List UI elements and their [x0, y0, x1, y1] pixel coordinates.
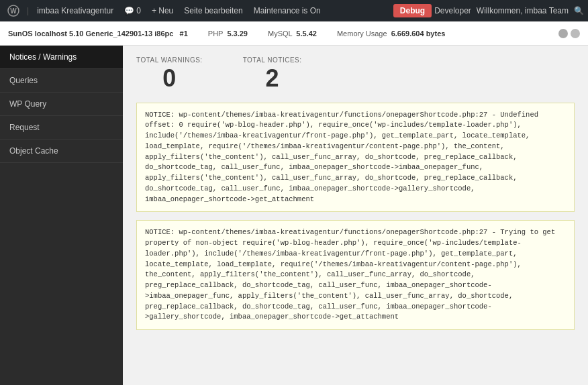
notice-box-1: NOTICE: wp-content/themes/imbaa-kreativa… — [136, 103, 575, 213]
close-icon[interactable] — [571, 29, 580, 38]
maintenance-status: Maintenance is On — [250, 6, 325, 15]
php-info: PHP 5.3.29 — [208, 30, 248, 38]
comments-icon: 💬 — [124, 6, 134, 15]
total-warnings-value: 0 — [136, 65, 203, 92]
sidebar-item-queries[interactable]: Queries — [0, 69, 123, 93]
total-notices-value: 2 — [243, 65, 302, 92]
memory-info: Memory Usage 6.669.604 bytes — [337, 30, 445, 38]
new-item[interactable]: + Neu — [148, 6, 177, 15]
total-notices-label: TOTAL NOTICES: — [243, 56, 302, 64]
notice-2-text: NOTICE: wp-content/themes/imbaa-kreativa… — [145, 227, 566, 323]
sidebar: Notices / Warnings Queries WP Query Requ… — [0, 46, 123, 385]
minimize-buttons[interactable] — [558, 29, 580, 38]
stats-row: TOTAL WARNINGS: 0 TOTAL NOTICES: 2 — [136, 56, 575, 92]
edit-item[interactable]: Seite bearbeiten — [180, 6, 246, 15]
svg-text:W: W — [10, 7, 17, 15]
wp-logo-icon[interactable]: W — [4, 0, 23, 21]
comments-count: 0 — [136, 6, 141, 15]
admin-bar: W | imbaa Kreativagentur 💬 0 + Neu Seite… — [0, 0, 588, 21]
bar-separator: | — [27, 6, 29, 15]
minimize-icon[interactable] — [558, 29, 568, 38]
sidebar-item-notices-warnings[interactable]: Notices / Warnings — [0, 46, 123, 69]
notice-1-text: NOTICE: wp-content/themes/imbaa-kreativa… — [145, 110, 566, 205]
main-layout: Notices / Warnings Queries WP Query Requ… — [0, 46, 588, 385]
notice-box-2: NOTICE: wp-content/themes/imbaa-kreativa… — [136, 220, 575, 330]
total-warnings-block: TOTAL WARNINGS: 0 — [136, 56, 203, 92]
total-warnings-label: TOTAL WARNINGS: — [136, 56, 203, 64]
bar-right: Developer Willkommen, imbaa Team 🔍 — [434, 6, 584, 15]
sys-label: SunOS localhost 5.10 Generic_142901-13 i… — [8, 30, 173, 38]
instance-label: #1 — [180, 30, 188, 38]
sidebar-item-wp-query[interactable]: WP Query — [0, 93, 123, 116]
welcome-label: Willkommen, imbaa Team — [477, 6, 569, 15]
search-icon[interactable]: 🔍 — [574, 6, 584, 15]
comments-item[interactable]: 💬 0 — [120, 6, 145, 15]
sidebar-item-object-cache[interactable]: Object Cache — [0, 140, 123, 163]
site-name[interactable]: imbaa Kreativagentur — [33, 6, 117, 15]
debug-button[interactable]: Debug — [393, 4, 432, 17]
sidebar-item-request[interactable]: Request — [0, 116, 123, 140]
mysql-info: MySQL 5.5.42 — [268, 30, 317, 38]
total-notices-block: TOTAL NOTICES: 2 — [243, 56, 302, 92]
content-area: TOTAL WARNINGS: 0 TOTAL NOTICES: 2 NOTIC… — [123, 46, 588, 385]
secondary-bar: SunOS localhost 5.10 Generic_142901-13 i… — [0, 21, 588, 46]
sys-info: SunOS localhost 5.10 Generic_142901-13 i… — [8, 30, 188, 38]
developer-label[interactable]: Developer — [434, 6, 471, 15]
